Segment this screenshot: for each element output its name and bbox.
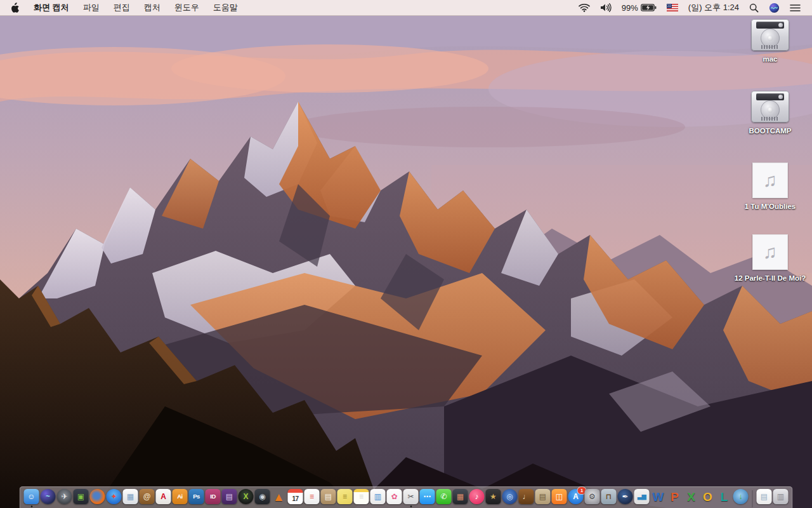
xld-icon: X <box>239 489 254 504</box>
app-store-icon: A1 <box>568 489 584 504</box>
input-source-menu-extra[interactable] <box>662 0 683 15</box>
dock-xld[interactable]: X <box>239 489 254 507</box>
desktop-icon-label: BOOTCAMP <box>749 126 791 135</box>
itunes-icon: ♪ <box>469 489 485 504</box>
dock-outlook[interactable]: O <box>700 489 716 507</box>
dock-vlc[interactable]: ▲ <box>272 489 287 507</box>
menu-help[interactable]: 도움말 <box>206 0 245 15</box>
dock-reminders[interactable]: ≡ <box>304 489 320 507</box>
menu-bar-status: 99% (일) 오후 1:24 <box>573 0 812 15</box>
clock-menu-extra[interactable]: (일) 오후 1:24 <box>683 0 744 15</box>
battery-charging-icon <box>641 4 657 11</box>
firefox-icon <box>90 489 105 504</box>
desktop-icon-mac[interactable]: mac <box>751 19 789 91</box>
menu-window[interactable]: 윈도우 <box>167 0 206 15</box>
dock-media-kit[interactable]: ▤ <box>535 489 551 507</box>
dock-facetime[interactable]: ✆ <box>436 489 452 507</box>
dock-imovie[interactable]: ★ <box>486 489 501 507</box>
desktop-icon-tu-moublies[interactable]: ♫1 Tu M'Oublies <box>745 163 796 234</box>
dock-illustrator[interactable]: Ai <box>173 489 188 507</box>
desktop-icon-bootcamp[interactable]: BOOTCAMP <box>749 91 791 163</box>
dock-grab[interactable]: ✂ <box>403 489 419 507</box>
dock-indesign[interactable]: ID <box>206 489 221 507</box>
dock-messages[interactable]: ⋯ <box>420 489 435 507</box>
dock-documents-app[interactable]: ▥ <box>370 489 386 507</box>
dock-items: ☺~✈▣✦▦@AAiPsID▤X◉▲17≡▤≡≡▥✿✂⋯✆▦♪★◎♩▤◫A1⚙⊓… <box>24 489 789 508</box>
battery-menu-extra[interactable]: 99% <box>617 0 662 15</box>
dock-acrobat-reader[interactable]: A <box>156 489 171 507</box>
running-indicator <box>179 505 181 507</box>
download-manager-icon: ↓ <box>733 489 749 504</box>
notification-center-icon <box>790 4 801 12</box>
running-indicator <box>294 505 296 507</box>
dock-word[interactable]: W <box>651 489 666 507</box>
menu-capture[interactable]: 캡처 <box>137 0 167 15</box>
dock-itunes[interactable]: ♪ <box>469 489 485 507</box>
audio-file-icon: ♫ <box>752 163 788 198</box>
preview-icon: ▦ <box>123 489 138 504</box>
dock-photoshop[interactable]: Ps <box>189 489 204 507</box>
dock-mission-control[interactable]: ▣ <box>74 489 89 507</box>
dock-download-manager[interactable]: ↓ <box>733 489 749 507</box>
dock-idvd[interactable]: ◎ <box>502 489 518 507</box>
running-indicator <box>723 505 725 507</box>
dock-app-store[interactable]: A1 <box>568 489 584 507</box>
dock-preview[interactable]: ▦ <box>123 489 138 507</box>
dock-powerpoint[interactable]: P <box>667 489 683 507</box>
idvd-icon: ◎ <box>502 489 518 504</box>
running-indicator <box>377 505 379 507</box>
dock-trash[interactable]: ▥ <box>773 489 789 507</box>
dock-notes[interactable]: ≡ <box>354 489 369 507</box>
wifi-menu-extra[interactable] <box>573 0 595 15</box>
dock-calendar[interactable]: 17 <box>288 489 303 507</box>
running-indicator <box>575 505 577 507</box>
menu-app-name[interactable]: 화면 캡처 <box>27 0 76 15</box>
dock-finder[interactable]: ☺ <box>24 489 39 507</box>
dock-numbers[interactable]: ▃▆ <box>634 489 650 507</box>
running-indicator <box>146 505 148 507</box>
running-indicator <box>410 505 412 507</box>
running-indicator <box>476 505 478 507</box>
dock-archive-utility[interactable]: ▤ <box>321 489 336 507</box>
siri-menu-extra[interactable] <box>764 0 785 15</box>
dock-photo-booth[interactable]: ▦ <box>453 489 468 507</box>
menu-list: 화면 캡처파일편집캡처윈도우도움말 <box>27 0 245 15</box>
dock-document-file[interactable]: ▤ <box>757 489 772 507</box>
dock-siri[interactable]: ~ <box>41 489 56 507</box>
notification-center-menu-extra[interactable] <box>785 0 806 15</box>
spotlight-menu-extra[interactable] <box>744 0 764 15</box>
dock-toast[interactable]: ▤ <box>222 489 237 507</box>
facetime-icon: ✆ <box>436 489 452 504</box>
audio-file-icon: ♫ <box>752 234 788 270</box>
siri-icon <box>769 3 780 13</box>
desktop-icon-parle-t-il-de-moi[interactable]: ♫12 Parle-T-Il De Moi? <box>735 234 806 306</box>
apple-menu[interactable] <box>0 0 27 15</box>
dock-stickies[interactable]: ≡ <box>337 489 353 507</box>
volume-menu-extra[interactable] <box>595 0 617 15</box>
running-indicator <box>763 505 765 507</box>
indesign-icon: ID <box>206 489 221 504</box>
running-indicator <box>30 505 32 507</box>
dock-excel[interactable]: X <box>684 489 699 507</box>
dock-pages[interactable]: ✒ <box>618 489 633 507</box>
running-indicator <box>459 505 461 507</box>
dock-keynote[interactable]: ⊓ <box>601 489 617 507</box>
running-indicator <box>608 505 610 507</box>
dock-safari[interactable]: ✦ <box>107 489 122 507</box>
dock-firefox[interactable] <box>90 489 105 507</box>
dock-ibooks[interactable]: ◫ <box>552 489 567 507</box>
menu-edit[interactable]: 편집 <box>107 0 137 15</box>
dock-lync[interactable]: L <box>717 489 732 507</box>
word-icon: W <box>651 489 666 504</box>
dock-disk-tool[interactable]: ◉ <box>255 489 270 507</box>
menu-bar: 화면 캡처파일편집캡처윈도우도움말 99% <box>0 0 812 16</box>
photo-booth-icon: ▦ <box>453 489 468 504</box>
hard-drive-icon <box>751 19 789 51</box>
dock-contacts[interactable]: @ <box>140 489 155 507</box>
menu-file[interactable]: 파일 <box>76 0 107 15</box>
dock-photos[interactable]: ✿ <box>387 489 402 507</box>
dock-garageband[interactable]: ♩ <box>519 489 534 507</box>
running-indicator <box>162 505 164 507</box>
dock-system-preferences[interactable]: ⚙ <box>585 489 600 507</box>
dock-launchpad[interactable]: ✈ <box>57 489 72 507</box>
